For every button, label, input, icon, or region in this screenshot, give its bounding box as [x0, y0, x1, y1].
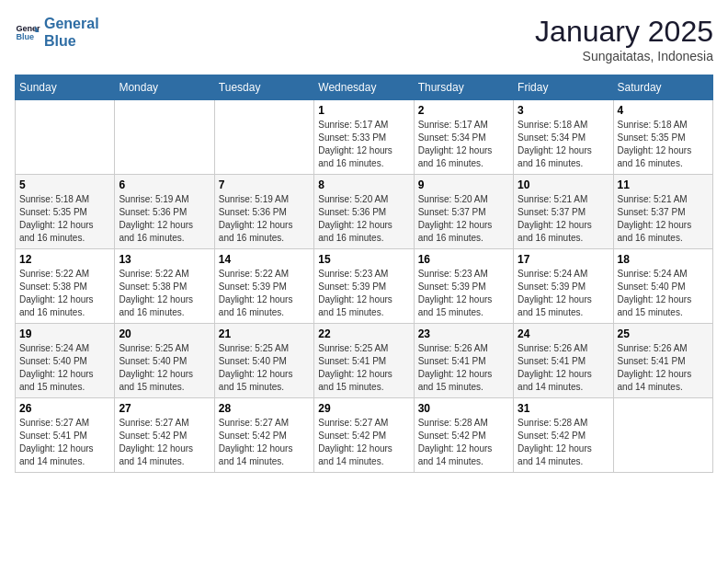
day-number: 4	[618, 104, 709, 117]
day-number: 29	[318, 402, 409, 415]
day-info: Sunrise: 5:19 AM Sunset: 5:36 PM Dayligh…	[219, 193, 310, 245]
day-number: 21	[219, 327, 310, 340]
weekday-header-monday: Monday	[115, 75, 214, 100]
day-number: 20	[119, 327, 210, 340]
day-info: Sunrise: 5:17 AM Sunset: 5:33 PM Dayligh…	[318, 119, 409, 170]
day-number: 1	[318, 104, 409, 117]
weekday-header-saturday: Saturday	[613, 75, 712, 100]
day-info: Sunrise: 5:21 AM Sunset: 5:37 PM Dayligh…	[518, 193, 609, 245]
day-cell: 27Sunrise: 5:27 AM Sunset: 5:42 PM Dayli…	[115, 398, 214, 473]
day-cell	[16, 100, 115, 175]
day-number: 14	[219, 253, 310, 266]
svg-text:Blue: Blue	[16, 33, 34, 42]
day-info: Sunrise: 5:24 AM Sunset: 5:40 PM Dayligh…	[618, 268, 709, 319]
day-info: Sunrise: 5:20 AM Sunset: 5:36 PM Dayligh…	[318, 193, 409, 245]
day-info: Sunrise: 5:28 AM Sunset: 5:42 PM Dayligh…	[518, 417, 609, 468]
day-cell: 14Sunrise: 5:22 AM Sunset: 5:39 PM Dayli…	[214, 249, 313, 324]
day-number: 26	[19, 402, 110, 415]
day-info: Sunrise: 5:22 AM Sunset: 5:38 PM Dayligh…	[19, 268, 110, 319]
day-cell: 6Sunrise: 5:19 AM Sunset: 5:36 PM Daylig…	[115, 175, 214, 249]
day-cell: 5Sunrise: 5:18 AM Sunset: 5:35 PM Daylig…	[16, 175, 115, 249]
day-cell: 30Sunrise: 5:28 AM Sunset: 5:42 PM Dayli…	[414, 398, 513, 473]
day-cell: 13Sunrise: 5:22 AM Sunset: 5:38 PM Dayli…	[115, 249, 214, 324]
day-number: 15	[318, 253, 409, 266]
day-info: Sunrise: 5:20 AM Sunset: 5:37 PM Dayligh…	[418, 193, 509, 245]
day-number: 31	[518, 402, 609, 415]
location: Sungaitatas, Indonesia	[535, 49, 713, 63]
day-number: 7	[219, 178, 310, 191]
day-cell: 24Sunrise: 5:26 AM Sunset: 5:41 PM Dayli…	[514, 324, 613, 398]
day-cell: 17Sunrise: 5:24 AM Sunset: 5:39 PM Dayli…	[514, 249, 613, 324]
weekday-header-wednesday: Wednesday	[314, 75, 414, 100]
day-number: 17	[518, 253, 609, 266]
day-info: Sunrise: 5:25 AM Sunset: 5:40 PM Dayligh…	[119, 342, 210, 394]
day-number: 19	[19, 327, 110, 340]
day-cell: 11Sunrise: 5:21 AM Sunset: 5:37 PM Dayli…	[613, 175, 712, 249]
day-cell: 2Sunrise: 5:17 AM Sunset: 5:34 PM Daylig…	[414, 100, 513, 175]
week-row-4: 19Sunrise: 5:24 AM Sunset: 5:40 PM Dayli…	[16, 324, 713, 398]
logo-line1: General	[44, 16, 99, 31]
weekday-header-sunday: Sunday	[16, 75, 115, 100]
title-block: January 2025 Sungaitatas, Indonesia	[535, 15, 713, 63]
day-number: 10	[518, 178, 609, 191]
day-number: 18	[618, 253, 709, 266]
day-info: Sunrise: 5:26 AM Sunset: 5:41 PM Dayligh…	[518, 342, 609, 394]
day-number: 6	[119, 178, 210, 191]
day-cell: 15Sunrise: 5:23 AM Sunset: 5:39 PM Dayli…	[314, 249, 414, 324]
day-cell: 1Sunrise: 5:17 AM Sunset: 5:33 PM Daylig…	[314, 100, 414, 175]
day-info: Sunrise: 5:18 AM Sunset: 5:35 PM Dayligh…	[618, 119, 709, 170]
logo: General Blue General Blue	[15, 15, 99, 50]
day-number: 3	[518, 104, 609, 117]
calendar-table: SundayMondayTuesdayWednesdayThursdayFrid…	[15, 75, 713, 473]
day-number: 12	[19, 253, 110, 266]
day-info: Sunrise: 5:23 AM Sunset: 5:39 PM Dayligh…	[418, 268, 509, 319]
logo-text: General Blue	[44, 15, 99, 50]
day-cell: 20Sunrise: 5:25 AM Sunset: 5:40 PM Dayli…	[115, 324, 214, 398]
day-info: Sunrise: 5:25 AM Sunset: 5:40 PM Dayligh…	[219, 342, 310, 394]
weekday-header-tuesday: Tuesday	[214, 75, 313, 100]
day-info: Sunrise: 5:22 AM Sunset: 5:39 PM Dayligh…	[219, 268, 310, 319]
day-info: Sunrise: 5:18 AM Sunset: 5:35 PM Dayligh…	[19, 193, 110, 245]
day-info: Sunrise: 5:25 AM Sunset: 5:41 PM Dayligh…	[318, 342, 409, 394]
day-number: 24	[518, 327, 609, 340]
day-cell: 3Sunrise: 5:18 AM Sunset: 5:34 PM Daylig…	[514, 100, 613, 175]
day-info: Sunrise: 5:19 AM Sunset: 5:36 PM Dayligh…	[119, 193, 210, 245]
day-info: Sunrise: 5:27 AM Sunset: 5:42 PM Dayligh…	[318, 417, 409, 468]
day-cell: 9Sunrise: 5:20 AM Sunset: 5:37 PM Daylig…	[414, 175, 513, 249]
day-number: 27	[119, 402, 210, 415]
logo-icon: General Blue	[15, 19, 40, 45]
day-number: 13	[119, 253, 210, 266]
day-cell: 28Sunrise: 5:27 AM Sunset: 5:42 PM Dayli…	[214, 398, 313, 473]
day-cell: 29Sunrise: 5:27 AM Sunset: 5:42 PM Dayli…	[314, 398, 414, 473]
page-header: General Blue General Blue January 2025 S…	[15, 15, 713, 63]
day-info: Sunrise: 5:21 AM Sunset: 5:37 PM Dayligh…	[618, 193, 709, 245]
day-info: Sunrise: 5:24 AM Sunset: 5:39 PM Dayligh…	[518, 268, 609, 319]
day-cell: 19Sunrise: 5:24 AM Sunset: 5:40 PM Dayli…	[16, 324, 115, 398]
day-number: 2	[418, 104, 509, 117]
day-info: Sunrise: 5:22 AM Sunset: 5:38 PM Dayligh…	[119, 268, 210, 319]
day-number: 30	[418, 402, 509, 415]
day-info: Sunrise: 5:26 AM Sunset: 5:41 PM Dayligh…	[618, 342, 709, 394]
day-cell: 10Sunrise: 5:21 AM Sunset: 5:37 PM Dayli…	[514, 175, 613, 249]
week-row-5: 26Sunrise: 5:27 AM Sunset: 5:41 PM Dayli…	[16, 398, 713, 473]
week-row-2: 5Sunrise: 5:18 AM Sunset: 5:35 PM Daylig…	[16, 175, 713, 249]
day-number: 5	[19, 178, 110, 191]
day-number: 16	[418, 253, 509, 266]
week-row-1: 1Sunrise: 5:17 AM Sunset: 5:33 PM Daylig…	[16, 100, 713, 175]
day-cell: 12Sunrise: 5:22 AM Sunset: 5:38 PM Dayli…	[16, 249, 115, 324]
day-number: 8	[318, 178, 409, 191]
day-cell: 18Sunrise: 5:24 AM Sunset: 5:40 PM Dayli…	[613, 249, 712, 324]
day-info: Sunrise: 5:26 AM Sunset: 5:41 PM Dayligh…	[418, 342, 509, 394]
day-info: Sunrise: 5:18 AM Sunset: 5:34 PM Dayligh…	[518, 119, 609, 170]
day-info: Sunrise: 5:28 AM Sunset: 5:42 PM Dayligh…	[418, 417, 509, 468]
day-info: Sunrise: 5:27 AM Sunset: 5:41 PM Dayligh…	[19, 417, 110, 468]
day-cell	[115, 100, 214, 175]
day-cell: 23Sunrise: 5:26 AM Sunset: 5:41 PM Dayli…	[414, 324, 513, 398]
weekday-header-friday: Friday	[514, 75, 613, 100]
month-year: January 2025	[535, 15, 713, 49]
day-cell	[214, 100, 313, 175]
day-number: 9	[418, 178, 509, 191]
day-info: Sunrise: 5:23 AM Sunset: 5:39 PM Dayligh…	[318, 268, 409, 319]
day-info: Sunrise: 5:27 AM Sunset: 5:42 PM Dayligh…	[219, 417, 310, 468]
logo-line2: Blue	[44, 33, 76, 49]
